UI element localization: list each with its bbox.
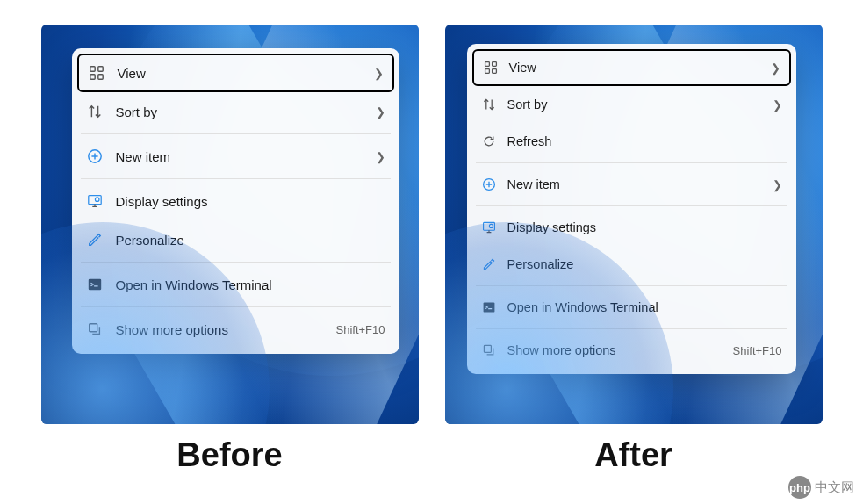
menu-item-label: Sort by bbox=[507, 97, 773, 112]
menu-item-show-more[interactable]: Show more options Shift+F10 bbox=[77, 310, 394, 349]
menu-item-label: Personalize bbox=[116, 233, 385, 248]
display-settings-icon bbox=[481, 220, 497, 235]
menu-item-label: Show more options bbox=[507, 343, 733, 357]
personalize-icon bbox=[481, 256, 497, 272]
menu-divider bbox=[476, 285, 787, 286]
chevron-right-icon: ❯ bbox=[773, 98, 782, 112]
menu-item-label: Personalize bbox=[507, 257, 782, 271]
view-icon bbox=[88, 64, 105, 82]
menu-divider bbox=[81, 306, 391, 307]
sort-icon bbox=[481, 97, 497, 112]
menu-item-label: View bbox=[118, 66, 374, 81]
terminal-icon bbox=[86, 276, 104, 293]
terminal-icon bbox=[481, 299, 497, 315]
svg-rect-11 bbox=[485, 69, 489, 74]
personalize-icon bbox=[86, 231, 104, 248]
after-panel: View ❯ Sort by ❯ Refresh bbox=[445, 25, 823, 474]
menu-divider bbox=[476, 162, 787, 163]
new-item-icon bbox=[481, 176, 497, 192]
sort-icon bbox=[86, 103, 104, 120]
menu-item-personalize[interactable]: Personalize bbox=[77, 220, 394, 259]
show-more-icon bbox=[481, 342, 497, 358]
chevron-right-icon: ❯ bbox=[376, 105, 385, 119]
menu-item-sort-by[interactable]: Sort by ❯ bbox=[472, 86, 791, 123]
menu-item-terminal[interactable]: Open in Windows Terminal bbox=[472, 289, 791, 326]
new-item-icon bbox=[86, 148, 104, 165]
watermark-logo-icon: php bbox=[788, 476, 811, 499]
svg-rect-3 bbox=[97, 75, 102, 79]
menu-shortcut: Shift+F10 bbox=[732, 344, 781, 357]
menu-item-terminal[interactable]: Open in Windows Terminal bbox=[77, 265, 394, 304]
menu-divider bbox=[476, 328, 787, 329]
menu-divider bbox=[81, 262, 391, 263]
view-icon bbox=[483, 60, 499, 76]
svg-rect-8 bbox=[89, 324, 97, 332]
menu-item-show-more[interactable]: Show more options Shift+F10 bbox=[472, 332, 791, 369]
menu-item-label: Show more options bbox=[116, 322, 336, 337]
svg-rect-0 bbox=[90, 67, 94, 71]
svg-rect-16 bbox=[483, 302, 494, 312]
svg-rect-14 bbox=[483, 222, 494, 230]
menu-item-display-settings[interactable]: Display settings bbox=[472, 209, 791, 246]
chevron-right-icon: ❯ bbox=[374, 67, 384, 80]
menu-item-label: New item bbox=[116, 149, 376, 164]
menu-item-new-item[interactable]: New item ❯ bbox=[472, 166, 791, 203]
desktop-before: View ❯ Sort by ❯ New item ❯ bbox=[41, 25, 419, 424]
refresh-icon bbox=[481, 133, 497, 149]
svg-point-6 bbox=[95, 198, 99, 202]
menu-item-label: Sort by bbox=[116, 104, 376, 119]
menu-item-label: Display settings bbox=[507, 220, 782, 234]
menu-item-label: New item bbox=[507, 177, 773, 191]
svg-rect-10 bbox=[492, 62, 496, 67]
menu-shortcut: Shift+F10 bbox=[335, 323, 385, 336]
watermark: php 中文网 bbox=[788, 476, 854, 499]
svg-rect-12 bbox=[492, 69, 496, 74]
svg-rect-17 bbox=[484, 345, 491, 352]
svg-rect-9 bbox=[485, 62, 489, 67]
menu-item-refresh[interactable]: Refresh bbox=[472, 123, 791, 160]
menu-item-label: Open in Windows Terminal bbox=[116, 277, 385, 292]
show-more-icon bbox=[86, 320, 104, 338]
menu-item-sort-by[interactable]: Sort by ❯ bbox=[77, 92, 394, 131]
svg-point-15 bbox=[489, 224, 493, 227]
display-settings-icon bbox=[86, 192, 104, 210]
menu-item-label: Refresh bbox=[507, 134, 782, 148]
watermark-text: 中文网 bbox=[815, 479, 854, 496]
svg-rect-7 bbox=[88, 279, 100, 291]
svg-rect-2 bbox=[90, 75, 94, 79]
menu-divider bbox=[81, 133, 391, 134]
menu-item-display-settings[interactable]: Display settings bbox=[77, 182, 394, 220]
caption-after: After bbox=[594, 436, 672, 474]
menu-item-personalize[interactable]: Personalize bbox=[472, 246, 791, 283]
caption-before: Before bbox=[176, 436, 282, 474]
before-panel: View ❯ Sort by ❯ New item ❯ bbox=[41, 25, 419, 474]
chevron-right-icon: ❯ bbox=[376, 150, 385, 163]
chevron-right-icon: ❯ bbox=[773, 178, 782, 191]
svg-rect-1 bbox=[97, 67, 102, 71]
context-menu-after: View ❯ Sort by ❯ Refresh bbox=[467, 44, 796, 374]
menu-divider bbox=[81, 178, 391, 179]
menu-item-label: Display settings bbox=[116, 194, 385, 209]
context-menu-before: View ❯ Sort by ❯ New item ❯ bbox=[72, 48, 399, 354]
menu-item-view[interactable]: View ❯ bbox=[472, 49, 791, 86]
menu-item-label: Open in Windows Terminal bbox=[507, 300, 782, 314]
chevron-right-icon: ❯ bbox=[771, 61, 780, 75]
desktop-after: View ❯ Sort by ❯ Refresh bbox=[445, 25, 823, 424]
menu-divider bbox=[476, 205, 787, 206]
menu-item-label: View bbox=[509, 61, 771, 75]
menu-item-new-item[interactable]: New item ❯ bbox=[77, 137, 394, 176]
menu-item-view[interactable]: View ❯ bbox=[77, 54, 394, 92]
